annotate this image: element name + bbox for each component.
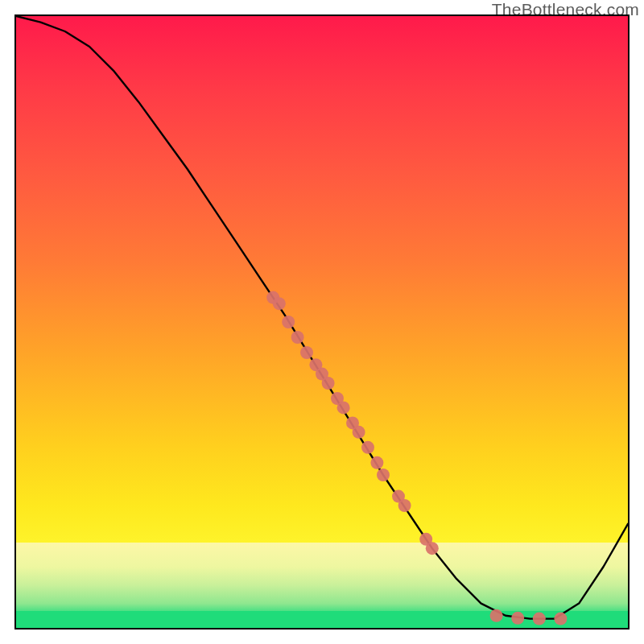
scatter-point (273, 297, 286, 310)
scatter-point (291, 331, 304, 344)
scatter-point (426, 542, 439, 555)
plot-area (14, 14, 630, 630)
scatter-point (533, 613, 546, 625)
bottleneck-curve (16, 16, 628, 619)
scatter-point (322, 377, 335, 390)
scatter-point (361, 441, 374, 454)
scatter-point (370, 456, 383, 469)
scatter-point (353, 426, 365, 439)
scatter-points (266, 291, 567, 625)
scatter-point (554, 613, 567, 625)
chart-stage: TheBottleneck.com (0, 0, 644, 644)
scatter-point (282, 316, 295, 328)
scatter-point (490, 609, 503, 622)
curve-layer (16, 16, 628, 628)
scatter-point (511, 612, 524, 625)
scatter-point (300, 346, 313, 359)
scatter-point (377, 469, 390, 481)
scatter-point (337, 401, 350, 414)
scatter-point (398, 499, 411, 512)
